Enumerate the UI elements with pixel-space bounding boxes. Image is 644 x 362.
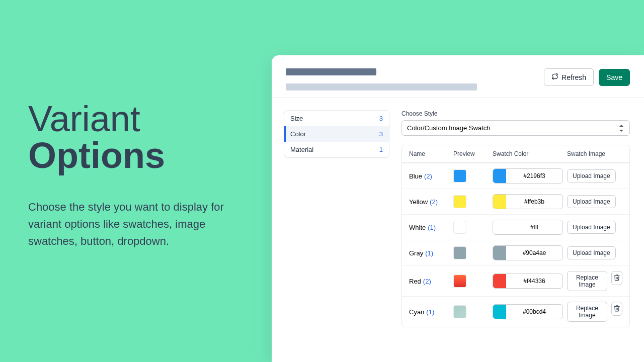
row-name: Blue(2) <box>409 172 449 180</box>
marketing-title: Variant Options <box>28 101 245 174</box>
swatch-chip <box>493 169 506 183</box>
marketing-description: Choose the style you want to display for… <box>28 199 245 250</box>
row-count: (2) <box>424 172 432 180</box>
th-swatch-image: Swatch Image <box>567 150 622 157</box>
swatch-image-actions: Upload Image <box>567 221 622 234</box>
upload-image-button[interactable]: Upload Image <box>567 195 616 208</box>
table-row: Yellow(2)Upload Image <box>402 189 629 214</box>
refresh-button-label: Refresh <box>561 73 586 81</box>
trash-icon <box>613 274 620 283</box>
row-name: Red(2) <box>409 278 449 285</box>
save-button[interactable]: Save <box>599 69 630 86</box>
swatch-image-actions: Replace Image <box>567 302 622 322</box>
swatch-chip <box>493 305 506 319</box>
marketing-title-line1: Variant <box>28 99 140 139</box>
row-name-text: White <box>409 224 426 231</box>
option-row-color[interactable]: Color3 <box>284 126 389 142</box>
swatch-preview <box>453 305 466 318</box>
option-list: Size3Color3Material1 <box>284 110 389 158</box>
trash-icon <box>613 305 620 313</box>
swatch-preview <box>453 221 466 234</box>
skeleton-subtitle <box>286 83 477 90</box>
panel-header: Refresh Save <box>272 55 644 98</box>
style-select-value: Color/Custom Image Swatch <box>407 124 490 132</box>
upload-image-button[interactable]: Upload Image <box>567 246 616 259</box>
row-name: Gray(1) <box>409 249 449 257</box>
style-select[interactable]: Color/Custom Image Swatch <box>401 120 630 136</box>
swatch-color-input[interactable] <box>493 168 563 184</box>
swatch-color-input[interactable] <box>493 274 563 289</box>
chevron-updown-icon <box>618 125 624 131</box>
swatch-color-input[interactable] <box>493 304 563 319</box>
table-row: Red(2)Replace Image <box>402 265 629 296</box>
header-actions: Refresh Save <box>544 68 630 86</box>
swatch-hex-field[interactable] <box>506 278 562 285</box>
table-row: White(1)Upload Image <box>402 214 629 240</box>
option-row-count: 1 <box>379 146 383 153</box>
refresh-icon <box>551 73 558 81</box>
option-detail: Choose Style Color/Custom Image Swatch N… <box>401 110 644 327</box>
option-row-label: Size <box>290 115 303 122</box>
panel-body: Size3Color3Material1 Choose Style Color/… <box>272 98 644 327</box>
th-name: Name <box>409 150 449 157</box>
swatch-color-input[interactable] <box>493 245 563 260</box>
row-name-text: Cyan <box>409 308 424 316</box>
swatch-hex-field[interactable] <box>506 198 562 205</box>
th-preview: Preview <box>453 150 489 157</box>
swatch-chip <box>493 246 506 260</box>
row-name-text: Yellow <box>409 198 428 206</box>
swatch-hex-field[interactable] <box>506 224 562 231</box>
table-row: Blue(2)Upload Image <box>402 163 629 189</box>
option-row-label: Material <box>290 146 313 153</box>
option-row-material[interactable]: Material1 <box>284 142 389 157</box>
row-name-text: Gray <box>409 249 423 257</box>
row-count: (1) <box>425 249 433 257</box>
delete-image-button[interactable] <box>611 271 622 285</box>
swatch-table: Name Preview Swatch Color Swatch Image B… <box>401 145 630 327</box>
th-swatch-color: Swatch Color <box>493 150 563 157</box>
row-name: Yellow(2) <box>409 198 449 206</box>
row-name-text: Red <box>409 278 421 285</box>
swatch-image-actions: Replace Image <box>567 271 622 291</box>
header-skeleton <box>286 68 477 90</box>
replace-image-button[interactable]: Replace Image <box>567 302 607 322</box>
swatch-image-actions: Upload Image <box>567 169 622 183</box>
row-count: (1) <box>428 224 436 231</box>
row-name: Cyan(1) <box>409 308 449 316</box>
table-row: Cyan(1)Replace Image <box>402 296 629 327</box>
table-head: Name Preview Swatch Color Swatch Image <box>402 145 629 163</box>
row-count: (1) <box>426 308 434 316</box>
row-count: (2) <box>430 198 438 206</box>
row-name-text: Blue <box>409 172 422 180</box>
swatch-image-actions: Upload Image <box>567 246 622 259</box>
save-button-label: Save <box>606 73 622 81</box>
option-row-count: 3 <box>379 115 383 122</box>
swatch-chip <box>493 274 506 288</box>
swatch-preview <box>453 275 466 288</box>
option-row-size[interactable]: Size3 <box>284 111 389 126</box>
row-count: (2) <box>423 278 431 285</box>
upload-image-button[interactable]: Upload Image <box>567 169 616 183</box>
refresh-button[interactable]: Refresh <box>544 68 594 86</box>
replace-image-button[interactable]: Replace Image <box>567 271 607 291</box>
swatch-hex-field[interactable] <box>506 308 562 315</box>
swatch-hex-field[interactable] <box>506 249 562 256</box>
swatch-color-input[interactable] <box>493 220 563 235</box>
marketing-title-line2: Options <box>28 135 165 175</box>
table-row: Gray(1)Upload Image <box>402 240 629 265</box>
row-name: White(1) <box>409 224 449 231</box>
style-label: Choose Style <box>401 110 630 117</box>
upload-image-button[interactable]: Upload Image <box>567 221 616 234</box>
swatch-chip <box>493 220 506 234</box>
swatch-preview <box>453 195 466 208</box>
delete-image-button[interactable] <box>611 302 622 316</box>
swatch-preview <box>453 246 466 259</box>
swatch-preview <box>453 169 466 183</box>
app-panel: Refresh Save Size3Color3Material1 Choose… <box>272 55 644 362</box>
option-row-label: Color <box>290 130 306 138</box>
swatch-color-input[interactable] <box>493 194 563 209</box>
swatch-image-actions: Upload Image <box>567 195 622 208</box>
swatch-chip <box>493 195 506 209</box>
skeleton-title <box>286 68 376 75</box>
swatch-hex-field[interactable] <box>506 172 562 179</box>
